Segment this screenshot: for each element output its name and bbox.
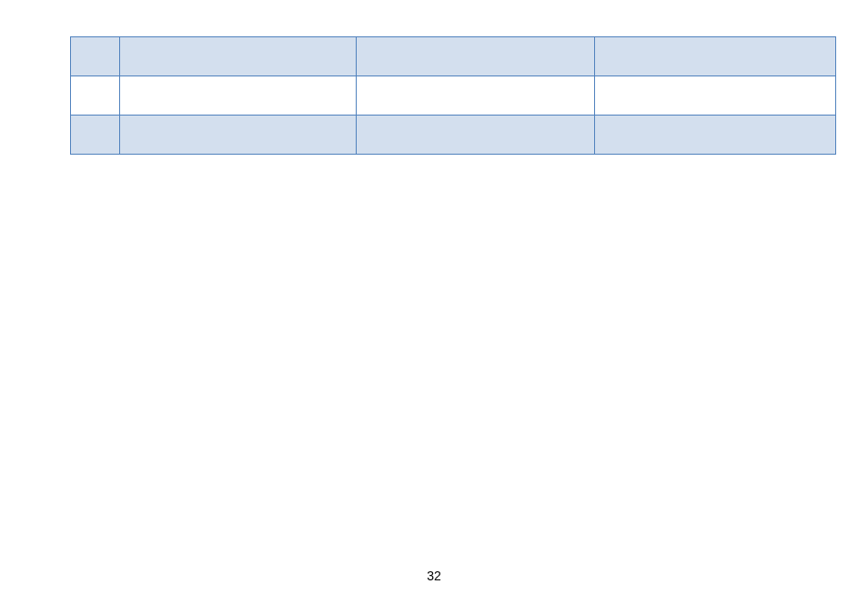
table-cell xyxy=(120,37,357,76)
table-cell xyxy=(595,37,836,76)
table-row xyxy=(71,76,836,116)
table-cell xyxy=(595,76,836,116)
table-cell xyxy=(71,37,120,76)
data-table xyxy=(70,36,836,155)
table-container xyxy=(70,36,835,155)
table-cell xyxy=(120,76,357,116)
table-cell xyxy=(357,76,595,116)
document-page: 32 xyxy=(0,0,868,614)
table-cell xyxy=(71,76,120,116)
table-cell xyxy=(120,116,357,155)
table-row xyxy=(71,37,836,76)
table-cell xyxy=(357,116,595,155)
page-number: 32 xyxy=(0,569,868,583)
table-row xyxy=(71,116,836,155)
table-cell xyxy=(595,116,836,155)
table-cell xyxy=(71,116,120,155)
table-cell xyxy=(357,37,595,76)
